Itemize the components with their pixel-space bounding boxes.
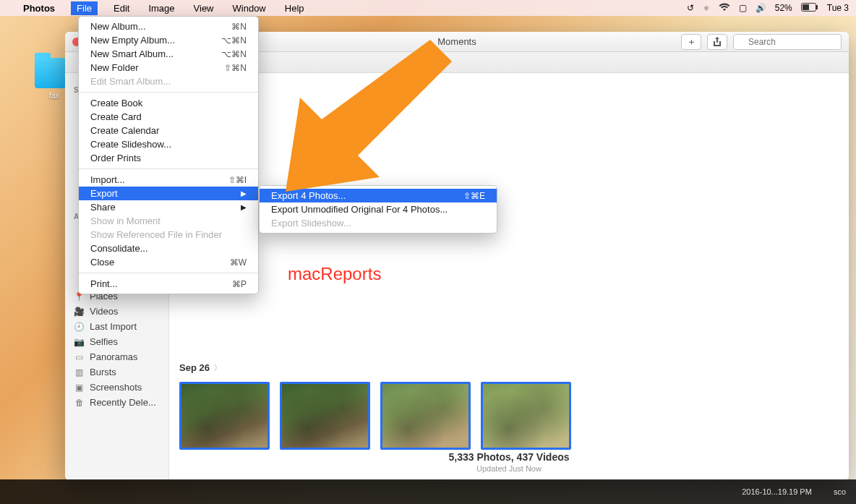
sidebar-item-videos[interactable]: 🎥Videos <box>65 304 168 319</box>
clock-icon: 🕘 <box>74 322 85 332</box>
menu-item-label: Export <box>90 188 118 199</box>
add-button[interactable]: ＋ <box>681 34 701 50</box>
wifi-icon[interactable] <box>719 3 730 14</box>
menu-item-order-prints[interactable]: Order Prints <box>79 151 258 165</box>
menu-item-new-smart-album[interactable]: New Smart Album...⌥⌘N <box>79 47 258 61</box>
sidebar-item-recently-deleted[interactable]: 🗑Recently Dele... <box>65 395 168 410</box>
menu-item-label: Export 4 Photos... <box>271 190 346 201</box>
bluetooth-icon[interactable]: ∗ <box>703 3 710 13</box>
shortcut: ⌘W <box>230 257 247 268</box>
date-label: Sep 26 <box>179 362 210 373</box>
svg-rect-1 <box>803 4 809 10</box>
menu-file[interactable]: File <box>71 1 98 15</box>
menu-item-label: Show in Moment <box>90 215 160 226</box>
battery-icon[interactable] <box>801 3 818 14</box>
sidebar-item-label: Selfies <box>90 336 118 347</box>
menu-item-label: New Album... <box>90 21 146 32</box>
menu-edit[interactable]: Edit <box>111 1 132 15</box>
menu-separator <box>79 168 258 169</box>
share-button[interactable] <box>707 34 727 50</box>
menu-item-label: New Smart Album... <box>90 48 174 59</box>
sidebar-item-label: Panoramas <box>90 351 137 362</box>
export-submenu: Export 4 Photos...⇧⌘E Export Unmodified … <box>259 185 497 234</box>
menu-image[interactable]: Image <box>145 1 177 15</box>
shortcut: ⌘N <box>231 22 247 32</box>
menu-item-share[interactable]: Share▶ <box>79 200 258 214</box>
dock-file-label: sco <box>834 487 846 496</box>
shortcut: ⇧⌘E <box>463 191 485 201</box>
library-footer: 5,333 Photos, 437 Videos Updated Just No… <box>169 451 849 473</box>
date-header[interactable]: Sep 26 〉 <box>169 348 849 382</box>
menu-item-show-referenced: Show Referenced File in Finder <box>79 228 258 242</box>
menu-item-create-book[interactable]: Create Book <box>79 96 258 110</box>
menu-item-create-card[interactable]: Create Card <box>79 110 258 124</box>
menu-item-label: Export Unmodified Original For 4 Photos.… <box>271 204 448 215</box>
volume-icon[interactable]: 🔊 <box>756 3 766 13</box>
battery-percent: 52% <box>775 3 792 13</box>
svg-rect-2 <box>816 5 818 9</box>
photo-thumb[interactable] <box>179 382 270 450</box>
sidebar-item-last-import[interactable]: 🕘Last Import <box>65 319 168 334</box>
sidebar-item-selfies[interactable]: 📷Selfies <box>65 334 168 349</box>
dock-area: 2016-10...19.19 PM sco <box>0 479 856 504</box>
shortcut: ⌥⌘N <box>221 49 247 59</box>
menu-item-create-slideshow[interactable]: Create Slideshow... <box>79 137 258 151</box>
burst-icon: ▥ <box>74 367 85 377</box>
menu-window[interactable]: Window <box>230 1 269 15</box>
search-input[interactable] <box>733 34 842 50</box>
chevron-right-icon: 〉 <box>214 363 221 373</box>
menu-item-label: Share <box>90 202 116 213</box>
main-content: Sep 26 〉 5,333 Photos, 437 Videos Update… <box>169 73 849 480</box>
sidebar-item-bursts[interactable]: ▥Bursts <box>65 364 168 380</box>
screenshot-icon: ▣ <box>74 383 85 393</box>
menu-item-label: Create Book <box>90 98 142 108</box>
menu-item-show-in-moment: Show in Moment <box>79 214 258 228</box>
library-updated: Updated Just Now <box>169 464 849 473</box>
sidebar-item-label: Last Import <box>90 321 137 332</box>
time-machine-icon[interactable]: ↺ <box>687 3 694 13</box>
menu-item-export[interactable]: Export▶ <box>79 187 258 200</box>
menu-item-label: New Empty Album... <box>90 35 175 46</box>
menu-item-label: Close <box>90 257 114 268</box>
library-count: 5,333 Photos, 437 Videos <box>169 451 849 463</box>
menu-item-edit-smart-album: Edit Smart Album... <box>79 74 258 88</box>
panorama-icon: ▭ <box>74 352 85 362</box>
photo-thumb[interactable] <box>481 382 571 450</box>
menu-item-label: Create Card <box>90 111 142 122</box>
menu-item-export-photos[interactable]: Export 4 Photos...⇧⌘E <box>260 189 497 202</box>
video-icon: 🎥 <box>74 307 85 317</box>
menu-item-label: Export Slideshow... <box>271 218 351 228</box>
menu-help[interactable]: Help <box>282 1 307 15</box>
clock[interactable]: Tue 3 <box>827 3 849 13</box>
menu-item-new-album[interactable]: New Album...⌘N <box>79 20 258 33</box>
dock-file-label: 2016-10...19.19 PM <box>742 487 812 496</box>
sidebar-item-panoramas[interactable]: ▭Panoramas <box>65 349 168 364</box>
airplay-icon[interactable]: ▢ <box>739 3 747 13</box>
menu-item-import[interactable]: Import...⇧⌘I <box>79 173 258 187</box>
menu-item-consolidate[interactable]: Consolidate... <box>79 242 258 255</box>
photo-thumb[interactable] <box>380 382 471 450</box>
menu-item-export-slideshow: Export Slideshow... <box>260 216 497 230</box>
shortcut: ⌥⌘N <box>221 35 247 46</box>
shortcut: ⇧⌘N <box>224 63 247 73</box>
menu-item-print[interactable]: Print...⌘P <box>79 277 258 291</box>
menu-item-label: Print... <box>90 278 118 289</box>
menu-item-label: New Folder <box>90 62 138 73</box>
sidebar-item-screenshots[interactable]: ▣Screenshots <box>65 380 168 395</box>
menu-item-new-folder[interactable]: New Folder⇧⌘N <box>79 61 258 74</box>
photo-thumb[interactable] <box>280 382 370 450</box>
menu-view[interactable]: View <box>191 1 217 15</box>
shortcut: ⌘P <box>232 279 247 289</box>
menu-item-label: Show Referenced File in Finder <box>90 229 222 240</box>
thumbnail-row <box>169 382 849 450</box>
menu-item-new-empty-album[interactable]: New Empty Album...⌥⌘N <box>79 33 258 47</box>
watermark-text: macReports <box>288 264 381 284</box>
app-name[interactable]: Photos <box>20 1 58 15</box>
menu-item-export-unmodified[interactable]: Export Unmodified Original For 4 Photos.… <box>260 202 497 216</box>
menu-item-label: Create Slideshow... <box>90 139 171 150</box>
window-title: Moments <box>437 36 476 47</box>
trash-icon: 🗑 <box>74 398 85 408</box>
file-menu: New Album...⌘N New Empty Album...⌥⌘N New… <box>78 16 259 294</box>
menu-item-close[interactable]: Close⌘W <box>79 255 258 269</box>
menu-item-create-calendar[interactable]: Create Calendar <box>79 124 258 137</box>
